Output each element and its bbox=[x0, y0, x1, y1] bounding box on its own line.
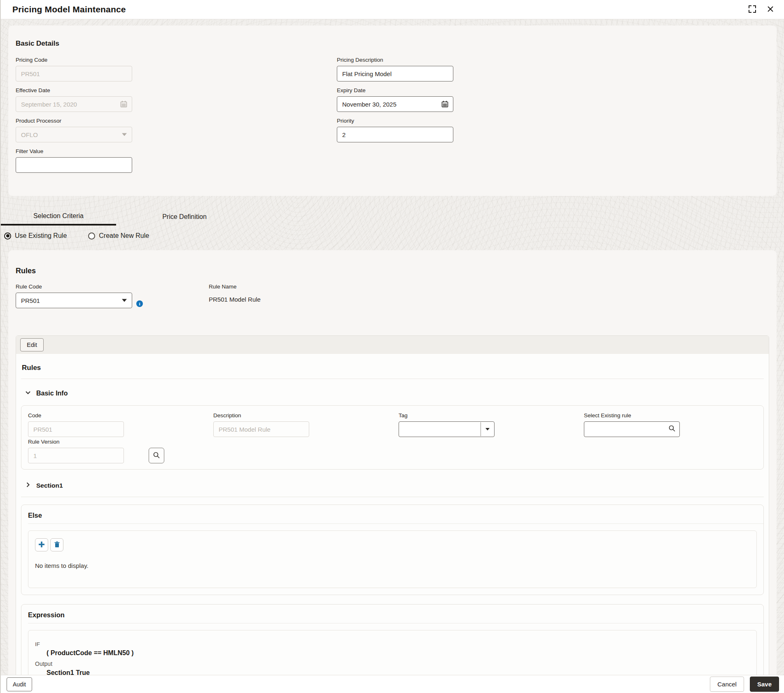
filter-value-label: Filter Value bbox=[16, 148, 132, 154]
basic-details-title: Basic Details bbox=[16, 40, 769, 48]
rule-version-search-button[interactable] bbox=[149, 448, 164, 463]
rule-code-label: Rule Code bbox=[16, 284, 132, 290]
search-icon[interactable] bbox=[668, 425, 676, 434]
basic-info-box: Code Description Tag bbox=[21, 405, 764, 470]
rule-version-field-group: Rule Version bbox=[28, 439, 124, 463]
chevron-down-icon bbox=[122, 299, 127, 302]
product-processor-select: OFLO bbox=[16, 127, 132, 142]
priority-field-group: Priority bbox=[337, 118, 453, 142]
product-processor-field-group: Product Processor OFLO bbox=[16, 118, 132, 142]
rule-mode-radio-group: Use Existing Rule Create New Rule bbox=[4, 232, 784, 240]
product-processor-label: Product Processor bbox=[16, 118, 132, 124]
calendar-icon bbox=[120, 100, 128, 108]
rule-code-value: PR501 bbox=[16, 297, 45, 304]
expression-title: Expression bbox=[21, 605, 763, 623]
empty-message: No items to display. bbox=[35, 562, 750, 569]
else-title: Else bbox=[21, 505, 763, 523]
section1-accordion-header[interactable]: Section1 bbox=[25, 482, 764, 489]
trash-icon bbox=[54, 541, 60, 549]
priority-label: Priority bbox=[337, 118, 453, 124]
select-existing-rule-field-group: Select Existing rule bbox=[584, 412, 680, 437]
expiry-date-input[interactable] bbox=[337, 97, 453, 112]
tag-dropdown-button[interactable] bbox=[481, 422, 494, 437]
radio-create-new-rule[interactable]: Create New Rule bbox=[88, 232, 149, 240]
rules-section-title: Rules bbox=[16, 267, 769, 275]
select-existing-rule-input[interactable] bbox=[584, 422, 679, 437]
else-panel: Else bbox=[21, 505, 764, 595]
priority-input[interactable] bbox=[337, 127, 453, 142]
close-icon bbox=[767, 5, 774, 14]
code-field-group: Code bbox=[28, 412, 124, 437]
rule-name-value: PR501 Model Rule bbox=[209, 296, 261, 303]
expiry-date-field-group: Expiry Date bbox=[337, 87, 453, 112]
filter-value-input[interactable] bbox=[16, 158, 132, 172]
tag-field-group: Tag bbox=[399, 412, 495, 437]
rule-version-input bbox=[28, 448, 124, 463]
pricing-code-field-group: Pricing Code bbox=[16, 57, 132, 81]
basic-details-card: Basic Details Pricing Code Effective Dat… bbox=[8, 26, 777, 196]
rule-version-label: Rule Version bbox=[28, 439, 124, 445]
chevron-down-icon bbox=[25, 390, 31, 397]
maximize-button[interactable] bbox=[748, 5, 757, 14]
else-items-box: No items to display. bbox=[28, 530, 757, 588]
radio-selected-icon bbox=[4, 233, 11, 240]
expiry-date-label: Expiry Date bbox=[337, 87, 453, 93]
add-row-button[interactable] bbox=[35, 538, 48, 551]
tag-input[interactable] bbox=[399, 422, 481, 437]
rule-editor-title: Rules bbox=[22, 364, 764, 372]
action-bar: Audit Cancel Save bbox=[1, 675, 784, 693]
radio-create-new-label: Create New Rule bbox=[99, 232, 149, 240]
maximize-icon bbox=[748, 5, 756, 14]
description-field-group: Description bbox=[213, 412, 309, 437]
rule-name-label: Rule Name bbox=[209, 284, 261, 290]
rule-code-field-group: Rule Code PR501 bbox=[16, 284, 132, 308]
close-button[interactable] bbox=[766, 5, 775, 14]
code-input bbox=[28, 422, 124, 437]
edit-button[interactable]: Edit bbox=[20, 338, 44, 351]
audit-button[interactable]: Audit bbox=[7, 677, 32, 691]
pricing-description-input[interactable] bbox=[337, 66, 453, 81]
rule-editor-toolbar: Edit bbox=[16, 336, 769, 354]
chevron-right-icon bbox=[25, 482, 31, 489]
pricing-description-label: Pricing Description bbox=[337, 57, 453, 63]
rules-card: Rules Rule Code PR501 i Rule Name PR501 … bbox=[8, 250, 777, 693]
page-title: Pricing Model Maintenance bbox=[12, 5, 126, 14]
rule-name-group: Rule Name PR501 Model Rule bbox=[209, 284, 261, 303]
effective-date-input bbox=[16, 97, 132, 112]
basic-info-accordion-header[interactable]: Basic Info bbox=[25, 390, 764, 397]
filter-value-field-group: Filter Value bbox=[16, 148, 132, 173]
plus-icon bbox=[38, 541, 45, 549]
chevron-down-icon bbox=[122, 133, 127, 136]
product-processor-value: OFLO bbox=[16, 131, 43, 138]
save-button[interactable]: Save bbox=[750, 677, 779, 692]
tag-label: Tag bbox=[399, 412, 495, 419]
tab-selection-criteria[interactable]: Selection Criteria bbox=[1, 208, 116, 226]
effective-date-field-group: Effective Date bbox=[16, 87, 132, 112]
expression-output-keyword: Output bbox=[35, 660, 750, 667]
basic-info-title: Basic Info bbox=[36, 390, 68, 397]
pricing-code-label: Pricing Code bbox=[16, 57, 132, 63]
description-input bbox=[214, 422, 309, 437]
expression-condition: ( ProductCode == HMLN50 ) bbox=[47, 649, 750, 657]
rule-code-select[interactable]: PR501 bbox=[16, 293, 132, 308]
tab-bar: Selection Criteria Price Definition bbox=[1, 208, 784, 226]
window-header: Pricing Model Maintenance bbox=[1, 0, 784, 19]
radio-use-existing-label: Use Existing Rule bbox=[15, 232, 67, 240]
code-label: Code bbox=[28, 412, 124, 419]
rule-editor-panel: Edit Rules Basic Info Code bbox=[16, 335, 769, 693]
section1-title: Section1 bbox=[36, 482, 63, 489]
cancel-button[interactable]: Cancel bbox=[710, 677, 744, 692]
radio-use-existing-rule[interactable]: Use Existing Rule bbox=[4, 232, 67, 240]
info-icon[interactable]: i bbox=[136, 300, 143, 307]
description-label: Description bbox=[213, 412, 309, 419]
search-icon bbox=[153, 451, 160, 460]
delete-row-button[interactable] bbox=[50, 538, 63, 551]
select-existing-rule-label: Select Existing rule bbox=[584, 412, 680, 419]
chevron-down-icon bbox=[485, 428, 490, 430]
calendar-icon[interactable] bbox=[441, 100, 449, 108]
effective-date-label: Effective Date bbox=[16, 87, 132, 93]
radio-unselected-icon bbox=[88, 233, 95, 240]
pricing-code-input bbox=[16, 66, 132, 81]
tab-price-definition[interactable]: Price Definition bbox=[116, 208, 253, 226]
expression-if-keyword: IF bbox=[35, 641, 750, 647]
